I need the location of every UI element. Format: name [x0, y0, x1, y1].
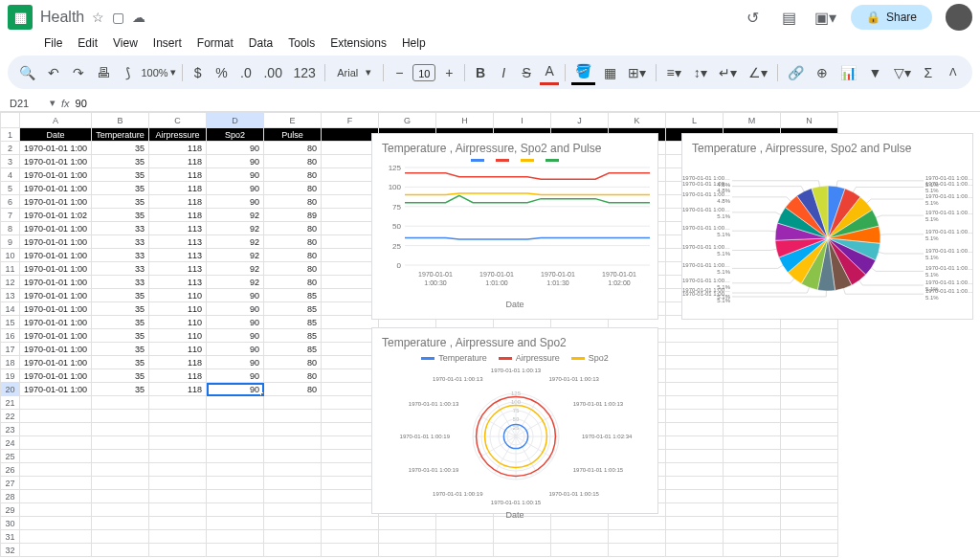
- cell[interactable]: [149, 410, 207, 423]
- cell[interactable]: [20, 477, 92, 490]
- cell[interactable]: 118: [149, 142, 207, 155]
- cell[interactable]: [322, 396, 379, 410]
- cell[interactable]: [322, 289, 379, 302]
- cell[interactable]: [322, 383, 379, 396]
- cell[interactable]: 110: [149, 289, 207, 302]
- cell[interactable]: [724, 356, 781, 369]
- cell[interactable]: 90: [207, 289, 264, 302]
- cell[interactable]: [149, 396, 207, 410]
- cell[interactable]: 90: [207, 142, 264, 155]
- menu-format[interactable]: Format: [191, 34, 239, 52]
- cell[interactable]: 92: [207, 262, 264, 276]
- cell[interactable]: 33: [92, 222, 149, 235]
- valign-icon[interactable]: ↕▾: [689, 61, 711, 84]
- row-head-12[interactable]: 12: [1, 276, 20, 289]
- cell[interactable]: [781, 383, 838, 396]
- cell[interactable]: [379, 544, 436, 557]
- cell[interactable]: [322, 209, 379, 222]
- cell[interactable]: [322, 195, 379, 209]
- cell[interactable]: 33: [92, 276, 149, 289]
- cell[interactable]: 118: [149, 383, 207, 396]
- cell[interactable]: [207, 396, 264, 410]
- print-icon[interactable]: 🖶: [92, 61, 114, 84]
- col-head-D[interactable]: D: [207, 113, 264, 128]
- document-title[interactable]: Health: [40, 9, 84, 26]
- cell[interactable]: [724, 436, 781, 450]
- cell[interactable]: [724, 503, 781, 517]
- spreadsheet-grid[interactable]: ABCDEFGHIJKLMN1DateTemperatureAirpressur…: [0, 112, 980, 558]
- cell[interactable]: 118: [149, 182, 207, 195]
- cell[interactable]: [207, 503, 264, 517]
- cell[interactable]: 113: [149, 222, 207, 235]
- cell[interactable]: [322, 463, 379, 477]
- col-head-N[interactable]: N: [781, 113, 838, 128]
- col-head-J[interactable]: J: [551, 113, 609, 128]
- cell[interactable]: [781, 436, 838, 450]
- cell[interactable]: [609, 544, 666, 557]
- cell[interactable]: 1970-01-01 1:02: [20, 209, 92, 222]
- row-head-30[interactable]: 30: [1, 517, 20, 530]
- cell[interactable]: [92, 423, 149, 436]
- cell[interactable]: [724, 369, 781, 383]
- row-head-8[interactable]: 8: [1, 222, 20, 235]
- cell[interactable]: [724, 410, 781, 423]
- cell[interactable]: 113: [149, 276, 207, 289]
- cell[interactable]: [724, 396, 781, 410]
- cell[interactable]: [322, 302, 379, 316]
- cell[interactable]: 110: [149, 329, 207, 343]
- cell[interactable]: [207, 530, 264, 544]
- cell[interactable]: [149, 463, 207, 477]
- meet-icon[interactable]: ▣▾: [814, 6, 837, 29]
- cell[interactable]: [724, 517, 781, 530]
- cell[interactable]: [207, 450, 264, 463]
- cell[interactable]: 35: [92, 329, 149, 343]
- cell[interactable]: 1970-01-01 1:00: [20, 329, 92, 343]
- cell[interactable]: [264, 503, 322, 517]
- cell[interactable]: [322, 544, 379, 557]
- cell[interactable]: [20, 503, 92, 517]
- cell[interactable]: [666, 369, 724, 383]
- cell[interactable]: 35: [92, 302, 149, 316]
- cell[interactable]: [149, 490, 207, 503]
- cell[interactable]: [322, 222, 379, 235]
- cell[interactable]: 1970-01-01 1:00: [20, 383, 92, 396]
- cell[interactable]: [149, 423, 207, 436]
- cell[interactable]: 90: [207, 168, 264, 182]
- font-size-input[interactable]: 10: [412, 64, 435, 81]
- cell[interactable]: 90: [207, 302, 264, 316]
- col-head-L[interactable]: L: [666, 113, 724, 128]
- cell[interactable]: [264, 463, 322, 477]
- font-size-increase[interactable]: +: [439, 61, 458, 84]
- cell[interactable]: 85: [264, 329, 322, 343]
- cell[interactable]: 35: [92, 369, 149, 383]
- cell[interactable]: [322, 436, 379, 450]
- cell[interactable]: 118: [149, 195, 207, 209]
- cell[interactable]: 90: [207, 329, 264, 343]
- insert-chart-icon[interactable]: 📊: [835, 61, 859, 84]
- cell[interactable]: 80: [264, 195, 322, 209]
- col-head-E[interactable]: E: [264, 113, 322, 128]
- cell[interactable]: 1970-01-01 1:00: [20, 369, 92, 383]
- account-avatar[interactable]: [946, 4, 972, 31]
- cell[interactable]: 1970-01-01 1:00: [20, 168, 92, 182]
- cell[interactable]: [207, 436, 264, 450]
- format-currency[interactable]: $: [189, 61, 208, 84]
- cell[interactable]: [264, 410, 322, 423]
- comment-icon[interactable]: ▤: [778, 6, 801, 29]
- cell[interactable]: 118: [149, 209, 207, 222]
- cell[interactable]: [781, 463, 838, 477]
- row-head-23[interactable]: 23: [1, 423, 20, 436]
- cell[interactable]: [149, 450, 207, 463]
- cell[interactable]: [207, 463, 264, 477]
- cell[interactable]: [92, 463, 149, 477]
- cell[interactable]: [207, 544, 264, 557]
- cell[interactable]: [781, 503, 838, 517]
- col-head-F[interactable]: F: [322, 113, 379, 128]
- cell[interactable]: 92: [207, 222, 264, 235]
- cell[interactable]: [379, 530, 436, 544]
- cell[interactable]: [322, 155, 379, 168]
- cell[interactable]: [724, 544, 781, 557]
- cell[interactable]: [666, 463, 724, 477]
- filter-icon[interactable]: ▼: [864, 61, 886, 84]
- cell[interactable]: 80: [264, 276, 322, 289]
